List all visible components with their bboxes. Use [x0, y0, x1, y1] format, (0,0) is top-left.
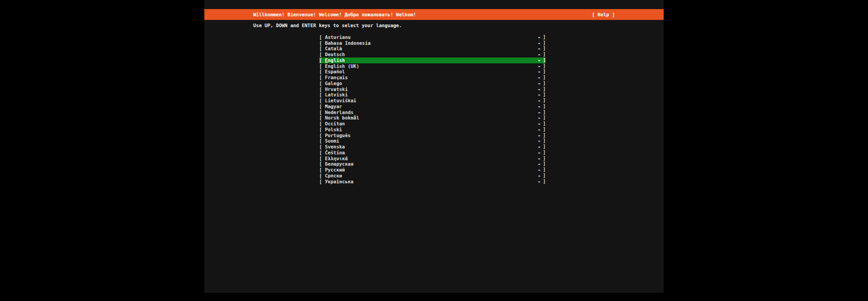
bracket-open: [	[319, 86, 325, 92]
submenu-arrow-icon: ►	[538, 168, 543, 172]
bracket-open: [	[319, 98, 325, 104]
screen-background: Willkommen! Bienvenue! Welcome! Добро по…	[0, 0, 868, 301]
bracket-open: [	[319, 150, 325, 156]
bracket-close: ]	[543, 45, 546, 51]
language-option[interactable]: [ Nederlands ► ]	[319, 110, 546, 115]
language-option[interactable]: [ Hrvatski ► ]	[319, 86, 546, 92]
language-option-label: Deutsch	[325, 52, 345, 57]
bracket-close: ]	[543, 138, 546, 143]
submenu-arrow-icon: ►	[538, 180, 543, 184]
welcome-title: Willkommen! Bienvenue! Welcome! Добро по…	[253, 12, 416, 17]
bracket-close: ]	[543, 115, 546, 120]
option-right: ► ]	[538, 178, 546, 185]
submenu-arrow-icon: ►	[538, 99, 543, 103]
bracket-open: [	[319, 179, 325, 185]
language-option-label: Español	[325, 69, 345, 75]
language-option-label: Русский	[325, 167, 345, 173]
language-option[interactable]: [ Svenska ► ]	[319, 144, 546, 150]
language-option[interactable]: [ Polski ► ]	[319, 127, 546, 133]
language-option[interactable]: [ Українська ► ]	[319, 179, 546, 185]
language-option[interactable]: [ Suomi ► ]	[319, 139, 546, 144]
bracket-open: [	[319, 167, 325, 173]
language-option-label: Magyar	[325, 104, 342, 110]
language-option-label: Français	[325, 75, 348, 81]
bracket-close: ]	[543, 120, 546, 126]
language-option[interactable]: [ Magyar ► ]	[319, 104, 546, 110]
bracket-close: ]	[543, 172, 546, 178]
bracket-close: ]	[543, 57, 546, 62]
language-option[interactable]: [ Русский ► ]	[319, 167, 546, 173]
submenu-arrow-icon: ►	[538, 105, 543, 109]
bracket-close: ]	[543, 132, 546, 138]
language-option-label: Svenska	[325, 144, 345, 150]
bracket-close: ]	[543, 63, 546, 68]
submenu-arrow-icon: ►	[538, 64, 543, 68]
bracket-open: [	[319, 156, 325, 162]
language-option[interactable]: [ Norsk bokmål ► ]	[319, 115, 546, 121]
submenu-arrow-icon: ►	[538, 58, 543, 62]
language-option-label: Українська	[325, 179, 354, 185]
language-option-label: Norsk bokmål	[325, 115, 359, 121]
bracket-open: [	[319, 110, 325, 115]
submenu-arrow-icon: ►	[538, 139, 543, 143]
language-option[interactable]: [ Deutsch ► ]	[319, 52, 546, 57]
language-option[interactable]: [ Español ► ]	[319, 69, 546, 75]
language-option[interactable]: [ English (UK) ► ]	[319, 63, 546, 69]
submenu-arrow-icon: ►	[538, 116, 543, 120]
language-option[interactable]: [ Galego ► ]	[319, 81, 546, 86]
language-option[interactable]: [ Ελληνικά ► ]	[319, 156, 546, 162]
language-option[interactable]: [ Català ► ]	[319, 46, 546, 52]
language-option[interactable]: [ Français ► ]	[319, 75, 546, 81]
language-option-label: Беларуская	[325, 161, 354, 167]
bracket-open: [	[319, 75, 325, 81]
language-option-label: Português	[325, 133, 351, 139]
bracket-open: [	[319, 104, 325, 110]
language-option-label: Asturianu	[325, 34, 351, 40]
instruction-text: Use UP, DOWN and ENTER keys to select yo…	[253, 23, 402, 29]
language-option-label: Català	[325, 46, 342, 52]
language-option-label: Galego	[325, 81, 342, 86]
language-option[interactable]: [ Bahasa Indonesia ► ]	[319, 40, 546, 46]
language-option-label: Suomi	[325, 138, 340, 144]
bracket-open: [	[319, 52, 325, 57]
language-option-label: English	[325, 57, 345, 63]
language-option[interactable]: [ Latviski ► ]	[319, 92, 546, 98]
bracket-close: ]	[543, 68, 546, 74]
bracket-open: [	[319, 40, 325, 46]
bracket-close: ]	[543, 109, 546, 115]
language-option[interactable]: [ Occitan ► ]	[319, 121, 546, 127]
language-option-label: Српски	[325, 173, 342, 179]
language-option[interactable]: [ Português ► ]	[319, 133, 546, 139]
bracket-close: ]	[543, 80, 546, 86]
language-option-label: Čeština	[325, 150, 345, 156]
help-button[interactable]: [ Help ]	[592, 12, 615, 17]
bracket-close: ]	[543, 40, 546, 45]
bracket-open: [	[319, 133, 325, 139]
submenu-arrow-icon: ►	[538, 35, 543, 39]
bracket-close: ]	[543, 86, 546, 91]
submenu-arrow-icon: ►	[538, 134, 543, 138]
language-option-label: Ελληνικά	[325, 156, 348, 162]
bracket-close: ]	[543, 155, 546, 161]
language-option[interactable]: [ Asturianu ► ]	[319, 34, 546, 40]
header-bar: Willkommen! Bienvenue! Welcome! Добро по…	[204, 9, 664, 20]
language-option[interactable]: [ Беларуская ► ]	[319, 162, 546, 167]
language-option[interactable]: [ Lietuviškai ► ]	[319, 98, 546, 104]
submenu-arrow-icon: ►	[538, 145, 543, 149]
bracket-open: [	[319, 115, 325, 121]
bracket-close: ]	[543, 103, 546, 109]
language-option[interactable]: [ Српски ► ]	[319, 173, 546, 179]
bracket-close: ]	[543, 149, 546, 155]
bracket-open: [	[319, 92, 325, 98]
language-option[interactable]: [ Čeština ► ]	[319, 150, 546, 156]
language-option-label: Hrvatski	[325, 86, 348, 92]
bracket-close: ]	[543, 91, 546, 97]
bracket-open: [	[319, 63, 325, 69]
bracket-open: [	[319, 161, 325, 167]
bracket-open: [	[319, 34, 325, 40]
bracket-open: [	[319, 121, 325, 127]
submenu-arrow-icon: ►	[538, 122, 543, 126]
language-option[interactable]: [ English ► ]	[319, 57, 546, 63]
bracket-open: [	[319, 57, 325, 63]
bracket-close: ]	[543, 126, 546, 132]
